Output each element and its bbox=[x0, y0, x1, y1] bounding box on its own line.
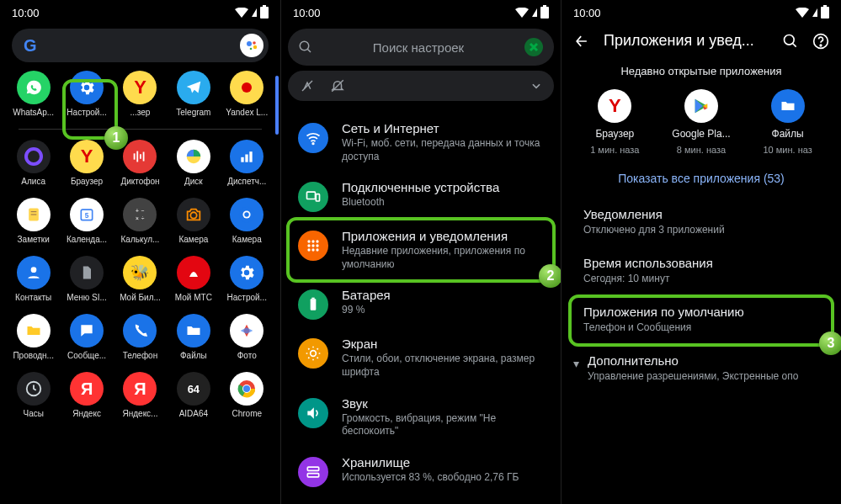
app-icon bbox=[177, 314, 210, 347]
app-Календа...[interactable]: 5Календа... bbox=[62, 198, 111, 244]
pref-row-0[interactable]: УведомленияОтключено для 3 приложений bbox=[562, 199, 841, 247]
app-Яндекс[interactable]: ЯЯндекс bbox=[62, 372, 111, 418]
app-Диск[interactable]: Диск bbox=[169, 140, 218, 186]
app-Телефон[interactable]: Телефон bbox=[115, 314, 164, 360]
app-label: Настрой... bbox=[222, 293, 271, 302]
app-Браузер[interactable]: YБраузер bbox=[62, 140, 111, 186]
settings-row-0[interactable]: Сеть и ИнтернетWi-Fi, моб. сети, передач… bbox=[281, 113, 561, 172]
app-WhatsAp...[interactable]: WhatsAp... bbox=[9, 71, 58, 117]
search-placeholder: Поиск настроек bbox=[322, 40, 515, 55]
app-icon bbox=[177, 140, 210, 173]
chevron-down-icon[interactable] bbox=[530, 80, 542, 92]
settings-row-2[interactable]: Приложения и уведомленияНедавние приложе… bbox=[281, 220, 561, 279]
scroll-indicator[interactable] bbox=[275, 76, 279, 135]
svg-point-49 bbox=[316, 249, 318, 252]
bell-off-icon[interactable] bbox=[330, 78, 345, 93]
app-Фото[interactable]: Фото bbox=[222, 314, 271, 360]
settings-icon bbox=[298, 338, 328, 369]
app-Настрой...[interactable]: Настрой... bbox=[222, 256, 271, 302]
app-Мой Бил...[interactable]: 🐝Мой Бил... bbox=[115, 256, 164, 302]
app-Камера[interactable]: Камера bbox=[169, 198, 218, 244]
app-Часы[interactable]: Часы bbox=[9, 372, 58, 418]
app-label: WhatsAp... bbox=[9, 108, 58, 117]
settings-title: Подключенные устройства bbox=[342, 180, 499, 194]
app-Яндекс...[interactable]: ЯЯндекс... bbox=[115, 372, 164, 418]
app-Камера[interactable]: Камера bbox=[222, 198, 271, 244]
svg-rect-54 bbox=[307, 473, 318, 476]
app-icon bbox=[230, 140, 263, 173]
app-icon: Я bbox=[123, 372, 157, 406]
app-Калькул...[interactable]: +−×÷Калькул... bbox=[115, 198, 164, 244]
app-icon: 🐝 bbox=[123, 256, 157, 289]
app-Yandex L...[interactable]: Yandex L... bbox=[222, 71, 271, 117]
settings-title: Батарея bbox=[342, 288, 391, 302]
settings-row-3[interactable]: Батарея99 % bbox=[281, 279, 561, 328]
app-icon bbox=[177, 198, 210, 231]
app-icon bbox=[123, 140, 157, 173]
recent-app[interactable]: YБраузер1 мин. наза bbox=[581, 89, 648, 155]
app-label: Файлы bbox=[169, 351, 218, 360]
settings-icon bbox=[298, 123, 328, 153]
app-Сообще...[interactable]: Сообще... bbox=[62, 314, 111, 360]
status-bar: 10:00 bbox=[562, 0, 841, 24]
app-Настрой...[interactable]: Настрой... bbox=[62, 71, 111, 117]
svg-text:÷: ÷ bbox=[141, 215, 145, 221]
recent-app[interactable]: Google Pla...8 мин. наза bbox=[668, 89, 735, 155]
pref-row-1[interactable]: Время использованияСегодня: 10 минут bbox=[562, 247, 841, 296]
app-Контакты[interactable]: Контакты bbox=[9, 256, 58, 302]
data-off-icon[interactable] bbox=[300, 78, 315, 93]
app-icon bbox=[70, 71, 104, 104]
app-Файлы[interactable]: Файлы bbox=[169, 314, 218, 360]
settings-icon bbox=[298, 289, 328, 320]
app-label: Камера bbox=[222, 235, 271, 244]
svg-point-58 bbox=[820, 45, 822, 46]
app-Telegram[interactable]: Telegram bbox=[169, 71, 218, 117]
settings-row-6[interactable]: ХранилищеИспользуется 83 %, свободно 2,7… bbox=[281, 447, 561, 496]
recent-app[interactable]: Файлы10 мин. наз bbox=[754, 89, 822, 155]
settings-icon bbox=[298, 398, 328, 428]
svg-point-3 bbox=[250, 48, 253, 50]
pref-row-2[interactable]: Приложения по умолчаниюТелефон и Сообщен… bbox=[562, 296, 841, 345]
help-icon[interactable] bbox=[812, 33, 829, 50]
app-icon bbox=[70, 314, 104, 347]
app-Диспетч...[interactable]: Диспетч... bbox=[222, 140, 271, 186]
app-label: Диктофон bbox=[115, 177, 164, 186]
app-...зер[interactable]: Y...зер bbox=[115, 71, 164, 117]
header: Приложения и увед... bbox=[562, 24, 841, 56]
google-search-bar[interactable]: G bbox=[12, 29, 269, 62]
show-all-apps-link[interactable]: Показать все приложения (53) bbox=[562, 163, 841, 199]
app-label: Телефон bbox=[115, 351, 164, 360]
pref-row-3[interactable]: ▾ДополнительноУправление разрешениями, Э… bbox=[562, 345, 841, 394]
settings-subtitle: Громкость, вибрация, режим "Не беспокоит… bbox=[342, 412, 544, 438]
search-icon[interactable] bbox=[782, 33, 799, 50]
app-label: Настрой... bbox=[62, 108, 111, 117]
avatar-icon[interactable] bbox=[524, 37, 544, 57]
settings-row-1[interactable]: Подключенные устройстваBluetooth bbox=[281, 172, 561, 220]
app-Алиса[interactable]: Алиса bbox=[9, 140, 58, 186]
app-Заметки[interactable]: Заметки bbox=[9, 198, 58, 244]
svg-point-4 bbox=[242, 82, 252, 93]
svg-text:×: × bbox=[136, 215, 139, 221]
settings-row-5[interactable]: ЗвукГромкость, вибрация, режим "Не беспо… bbox=[281, 388, 561, 447]
assistant-icon[interactable] bbox=[240, 34, 263, 57]
svg-point-47 bbox=[307, 249, 310, 252]
svg-point-55 bbox=[785, 34, 795, 45]
app-Chrome[interactable]: Chrome bbox=[222, 372, 271, 418]
settings-row-4[interactable]: ЭкранСтили, обои, отключение экрана, раз… bbox=[281, 328, 561, 387]
back-icon[interactable] bbox=[573, 33, 590, 50]
app-Проводн...[interactable]: Проводн... bbox=[9, 314, 58, 360]
app-icon bbox=[17, 372, 51, 406]
app-Меню SI...[interactable]: Меню SI... bbox=[62, 256, 111, 302]
app-label: Chrome bbox=[222, 409, 271, 418]
quick-settings-strip[interactable] bbox=[288, 71, 554, 101]
settings-search[interactable]: Поиск настроек bbox=[288, 29, 554, 66]
app-Мой МТС[interactable]: Мой МТС bbox=[169, 256, 218, 302]
app-label: Диспетч... bbox=[222, 177, 271, 186]
settings-subtitle: Используется 83 %, свободно 2,76 ГБ bbox=[342, 471, 519, 485]
app-sub: 10 мин. наз bbox=[754, 145, 822, 155]
battery-icon bbox=[821, 7, 829, 19]
signal-icon bbox=[812, 8, 817, 17]
app-AIDA64[interactable]: 64AIDA64 bbox=[169, 372, 218, 418]
svg-point-52 bbox=[311, 351, 317, 357]
app-icon bbox=[70, 256, 104, 289]
